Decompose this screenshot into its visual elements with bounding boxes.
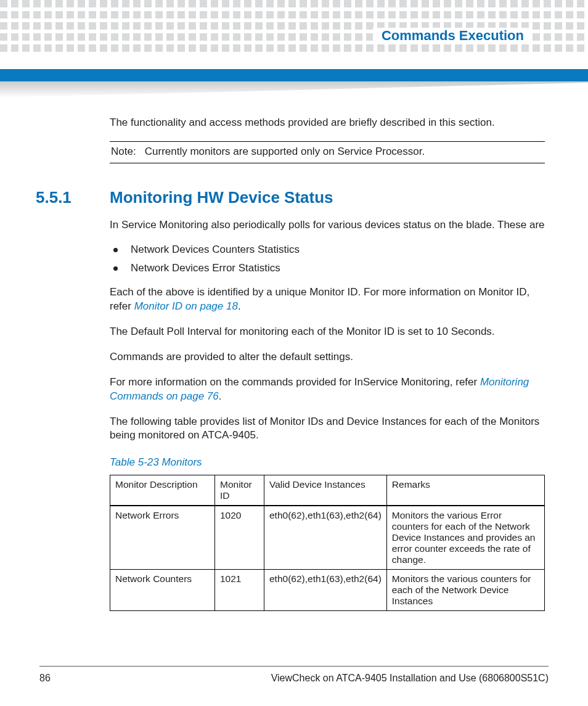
note-box: Note: Currently monitors are supported o… <box>110 141 545 163</box>
td-monitor-id: 1021 <box>215 570 264 611</box>
footer-rule <box>39 666 549 667</box>
table-row: Network Counters 1021 eth0(62),eth1(63),… <box>110 570 545 611</box>
section-number: 5.5.1 <box>36 188 110 207</box>
body-p5: For more information on the commands pro… <box>110 376 545 404</box>
body-p3: The Default Poll Interval for monitoring… <box>110 325 545 339</box>
note-label: Note: <box>111 146 142 158</box>
table-header-row: Monitor Description Monitor ID Valid Dev… <box>110 475 545 506</box>
body-p1: In Service Monitoring also periodically … <box>110 218 545 232</box>
text-run: For more information on the commands pro… <box>110 376 480 388</box>
document-id: ViewCheck on ATCA-9405 Installation and … <box>271 673 549 684</box>
page-number: 86 <box>39 673 51 684</box>
header-wedge <box>0 81 588 97</box>
td-valid-device-instances: eth0(62),eth1(63),eth2(64) <box>264 506 387 570</box>
list-item: Network Devices Counters Statistics <box>110 244 545 256</box>
th-monitor-id: Monitor ID <box>215 475 264 506</box>
th-valid-device-instances: Valid Device Instances <box>264 475 387 506</box>
chapter-title: Commands Execution <box>373 28 533 44</box>
intro-paragraph: The functionality and access methods pro… <box>110 116 545 130</box>
note-text: Currently monitors are supported only on… <box>145 146 425 157</box>
td-remarks: Monitors the various counters for each o… <box>386 570 544 611</box>
text-run: . <box>238 300 241 312</box>
section-title: Monitoring HW Device Status <box>110 188 333 207</box>
header-blue-bar <box>0 69 588 81</box>
table-row: Network Errors 1020 eth0(62),eth1(63),et… <box>110 506 545 570</box>
xref-monitor-id[interactable]: Monitor ID on page 18 <box>134 300 238 312</box>
td-monitor-description: Network Errors <box>110 506 215 570</box>
th-remarks: Remarks <box>386 475 544 506</box>
text-run: . <box>219 390 222 402</box>
monitors-table: Monitor Description Monitor ID Valid Dev… <box>110 475 545 611</box>
section-heading: 5.5.1 Monitoring HW Device Status <box>36 188 545 207</box>
body-p6: The following table provides list of Mon… <box>110 415 545 443</box>
td-monitor-description: Network Counters <box>110 570 215 611</box>
body-p2: Each of the above is identified by a uni… <box>110 285 545 314</box>
table-caption: Table 5-23 Monitors <box>110 456 545 469</box>
th-monitor-description: Monitor Description <box>110 475 215 506</box>
bullet-list: Network Devices Counters Statistics Netw… <box>110 244 545 274</box>
td-valid-device-instances: eth0(62),eth1(63),eth2(64) <box>264 570 387 611</box>
td-monitor-id: 1020 <box>215 506 264 570</box>
page-footer: 86 ViewCheck on ATCA-9405 Installation a… <box>39 673 549 684</box>
body-p4: Commands are provided to alter the defau… <box>110 350 545 364</box>
td-remarks: Monitors the various Error counters for … <box>386 506 544 570</box>
list-item: Network Devices Error Statistics <box>110 262 545 274</box>
